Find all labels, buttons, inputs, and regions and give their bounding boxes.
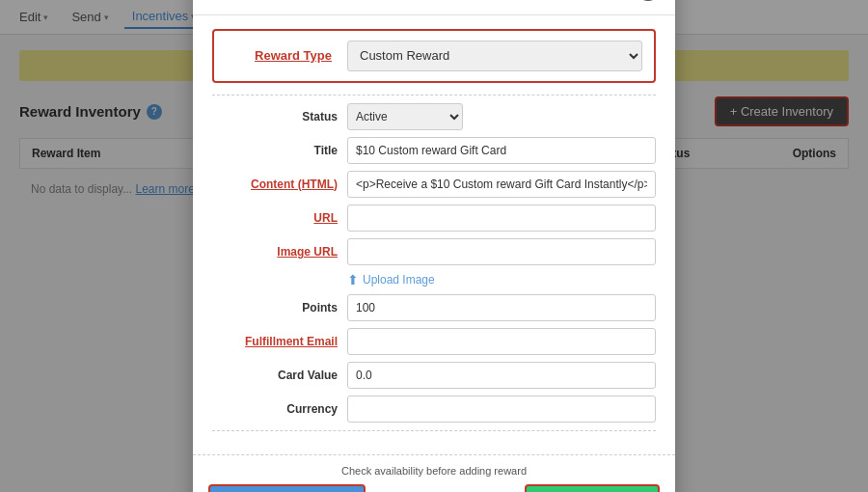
check-availability-button[interactable]: Check Availability <box>208 484 366 493</box>
availability-note: Check availability before adding reward <box>208 465 660 477</box>
currency-row: Currency <box>212 396 656 423</box>
reward-type-label: Reward Type <box>226 48 332 63</box>
redemption-reward-modal: ⠿ Redemption Reward ✕ Reward Type Custom… <box>193 0 675 492</box>
currency-input[interactable] <box>347 396 656 423</box>
reward-type-row: Reward Type Custom Reward <box>212 29 656 83</box>
fulfillment-email-label: Fulfillment Email <box>212 335 338 348</box>
points-label: Points <box>212 301 338 314</box>
content-row: Content (HTML) <box>212 171 656 198</box>
content-label: Content (HTML) <box>212 178 338 191</box>
status-row: Status Active <box>212 103 656 130</box>
url-input[interactable] <box>347 205 656 232</box>
card-value-input[interactable] <box>347 362 656 389</box>
content-input[interactable] <box>347 171 656 198</box>
modal-close-button[interactable]: ✕ <box>637 0 660 1</box>
upload-icon: ⬆ <box>347 272 359 287</box>
form-section: Status Active Title Content (HTML) <box>212 95 656 431</box>
fulfillment-email-row: Fulfillment Email <box>212 328 656 355</box>
footer-buttons: Check Availability Save Changes <box>208 484 660 493</box>
image-url-row: Image URL <box>212 238 656 265</box>
upload-image-link[interactable]: ⬆ Upload Image <box>212 272 656 287</box>
modal-footer: Check availability before adding reward … <box>193 454 675 493</box>
currency-label: Currency <box>212 402 338 416</box>
modal-header: ⠿ Redemption Reward ✕ <box>193 0 675 15</box>
points-row: Points <box>212 294 656 321</box>
fulfillment-email-input[interactable] <box>347 328 656 355</box>
card-value-row: Card Value <box>212 362 656 389</box>
title-row: Title <box>212 137 656 164</box>
points-input[interactable] <box>347 294 656 321</box>
title-input[interactable] <box>347 137 656 164</box>
url-label: URL <box>212 211 338 225</box>
title-label: Title <box>212 144 338 157</box>
card-value-label: Card Value <box>212 369 338 382</box>
modal-overlay: ⠿ Redemption Reward ✕ Reward Type Custom… <box>0 0 868 492</box>
save-changes-button[interactable]: Save Changes <box>525 484 660 493</box>
image-url-label: Image URL <box>212 245 338 259</box>
image-url-input[interactable] <box>347 238 656 265</box>
status-label: Status <box>212 110 338 123</box>
reward-type-select[interactable]: Custom Reward <box>347 41 642 71</box>
url-row: URL <box>212 205 656 232</box>
status-select[interactable]: Active <box>347 103 463 130</box>
modal-body: Reward Type Custom Reward Status Active … <box>193 15 675 454</box>
